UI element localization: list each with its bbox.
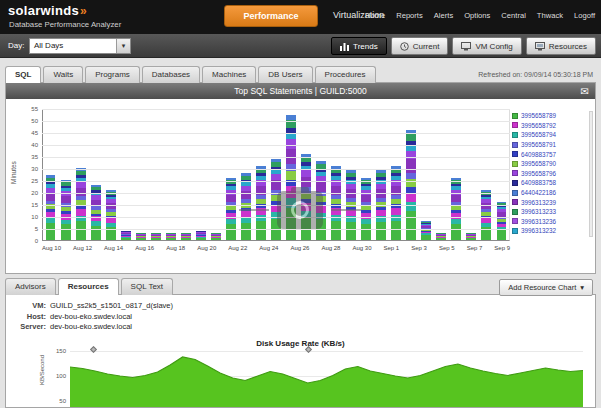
bar-segment[interactable] [226, 224, 236, 240]
nav-thwack[interactable]: Thwack [537, 11, 563, 20]
bar-segment[interactable] [181, 238, 191, 240]
bar-segment[interactable] [91, 226, 101, 240]
bar-segment[interactable] [406, 159, 416, 172]
legend-sql-id-link[interactable]: 3996313236 [521, 218, 556, 225]
nav-alerts[interactable]: Alerts [434, 11, 453, 20]
legend-item[interactable]: 3995658794 [512, 130, 592, 140]
nav-home[interactable]: Home [365, 11, 385, 20]
legend-sql-id-link[interactable]: 3995658791 [521, 141, 556, 148]
sql-bar-aug-21[interactable] [211, 233, 221, 240]
sql-bar-aug-11[interactable] [61, 180, 71, 240]
legend-item[interactable]: 3996313233 [512, 207, 592, 217]
bar-segment[interactable] [466, 238, 476, 240]
tab-databases[interactable]: Databases [142, 66, 200, 83]
bar-segment[interactable] [196, 238, 206, 240]
bar-segment[interactable] [211, 238, 221, 240]
sql-bar-sep-5[interactable] [436, 233, 446, 240]
legend-sql-id-link[interactable]: 3996313232 [521, 227, 556, 234]
tab-db-users[interactable]: DB Users [258, 66, 312, 83]
bar-segment[interactable] [331, 208, 341, 215]
legend-item[interactable]: 3996313239 [512, 197, 592, 207]
legend-scrollbar[interactable] [589, 111, 593, 237]
bar-segment[interactable] [436, 238, 446, 240]
vm-config-button[interactable]: VM Config [452, 37, 521, 55]
tab-resources[interactable]: Resources [58, 278, 119, 295]
day-select[interactable]: All Days ▾ [29, 38, 131, 54]
legend-sql-id-link[interactable]: 3995658796 [521, 170, 556, 177]
bar-segment[interactable] [361, 224, 371, 240]
sql-bar-sep-3[interactable] [406, 130, 416, 240]
bar-segment[interactable] [331, 221, 341, 240]
trends-button[interactable]: Trends [331, 37, 387, 55]
legend-item[interactable]: 3995658789 [512, 111, 592, 121]
sql-bar-sep-4[interactable] [421, 221, 431, 240]
bar-segment[interactable] [76, 221, 86, 240]
legend-sql-id-link[interactable]: 6409883757 [521, 151, 556, 158]
current-button[interactable]: Current [391, 37, 449, 55]
tab-machines[interactable]: Machines [202, 66, 256, 83]
email-icon[interactable]: ✉ [581, 84, 589, 100]
sql-bar-aug-20[interactable] [196, 231, 206, 241]
legend-item[interactable]: 3996313232 [512, 226, 592, 236]
bar-segment[interactable] [406, 151, 416, 160]
bar-segment[interactable] [316, 206, 326, 213]
resources-button[interactable]: Resources [526, 37, 596, 55]
legend-sql-id-link[interactable]: 3996313233 [521, 208, 556, 215]
bar-segment[interactable] [361, 195, 371, 202]
legend-sql-id-link[interactable]: 3995658792 [521, 122, 556, 129]
bar-segment[interactable] [406, 211, 416, 240]
bar-segment[interactable] [451, 224, 461, 240]
bar-segment[interactable] [286, 171, 296, 180]
bar-segment[interactable] [61, 196, 71, 203]
bar-segment[interactable] [406, 173, 416, 180]
performance-tab[interactable]: Performance [224, 5, 318, 27]
sql-bar-aug-14[interactable] [106, 190, 116, 240]
sql-bar-aug-25[interactable] [271, 159, 281, 241]
legend-item[interactable]: 3995658792 [512, 121, 592, 131]
legend-sql-id-link[interactable]: 3995658789 [521, 112, 556, 119]
bar-segment[interactable] [226, 195, 236, 202]
sql-bar-sep-7[interactable] [466, 233, 476, 240]
legend-item[interactable]: 3996313236 [512, 217, 592, 227]
bar-segment[interactable] [61, 224, 71, 240]
nav-options[interactable]: Options [464, 11, 490, 20]
chevron-down-icon[interactable]: ▾ [116, 39, 130, 53]
sql-bar-sep-8[interactable] [481, 190, 491, 240]
tab-sql-text[interactable]: SQL Text [121, 278, 173, 295]
sql-bar-aug-17[interactable] [151, 233, 161, 240]
sql-bar-aug-22[interactable] [226, 178, 236, 240]
nav-central[interactable]: Central [501, 11, 525, 20]
legend-sql-id-link[interactable]: 6409883758 [521, 179, 556, 186]
tab-sql[interactable]: SQL [5, 66, 41, 83]
bar-segment[interactable] [391, 208, 401, 215]
bar-segment[interactable] [241, 223, 251, 240]
bar-segment[interactable] [406, 134, 416, 141]
legend-item[interactable]: 3995658791 [512, 140, 592, 150]
bar-segment[interactable] [391, 221, 401, 240]
bar-segment[interactable] [271, 205, 281, 212]
sql-bar-sep-6[interactable] [451, 178, 461, 240]
sql-bar-sep-9[interactable] [497, 202, 507, 240]
bar-segment[interactable] [286, 208, 296, 240]
tab-advisors[interactable]: Advisors [5, 278, 56, 295]
bar-segment[interactable] [76, 188, 86, 197]
nav-logoff[interactable]: Logoff [574, 11, 595, 20]
bar-segment[interactable] [46, 223, 56, 240]
legend-sql-id-link[interactable]: 3995658794 [521, 131, 556, 138]
legend-item[interactable]: 3995658790 [512, 159, 592, 169]
sql-bar-aug-10[interactable] [46, 175, 56, 240]
bar-segment[interactable] [286, 198, 296, 208]
bar-segment[interactable] [406, 193, 416, 203]
bar-segment[interactable] [346, 222, 356, 240]
legend-item[interactable]: 6440422186 [512, 188, 592, 198]
tab-programs[interactable]: Programs [85, 66, 140, 83]
add-resource-chart-button[interactable]: Add Resource Chart ▾ [499, 279, 593, 296]
bar-segment[interactable] [301, 170, 311, 177]
bar-segment[interactable] [136, 238, 146, 240]
legend-item[interactable]: 3995658796 [512, 169, 592, 179]
legend-sql-id-link[interactable]: 6440422186 [521, 189, 556, 196]
sql-bar-aug-19[interactable] [181, 233, 191, 240]
sql-bar-aug-18[interactable] [166, 233, 176, 240]
legend-item[interactable]: 6409883757 [512, 149, 592, 159]
bar-segment[interactable] [316, 182, 326, 192]
